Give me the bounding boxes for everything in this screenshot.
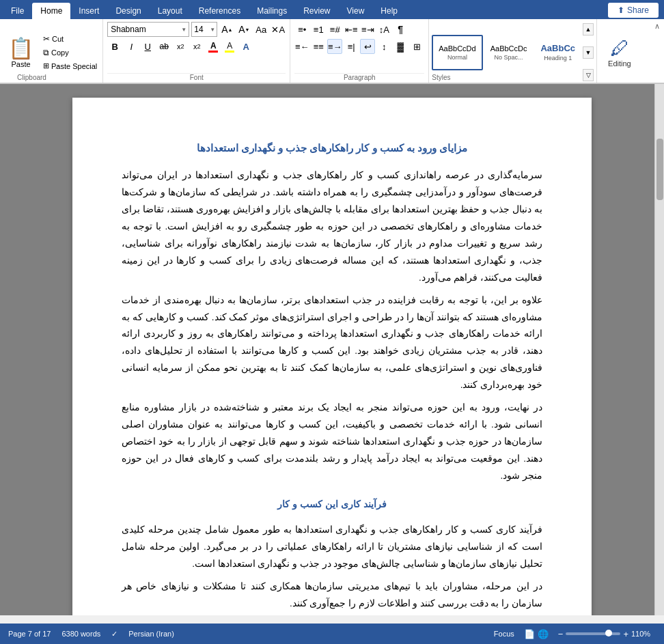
highlight-button[interactable]: A (222, 39, 237, 54)
style-heading1[interactable]: AaBbCc Heading 1 (534, 35, 581, 70)
align-left-button[interactable]: ≡← (294, 39, 309, 54)
word-count: 6380 words (61, 630, 100, 638)
font-row2: B I U ab x2 x2 A A A (107, 39, 286, 54)
view-buttons: 📄 🌐 (524, 629, 549, 639)
cut-button[interactable]: ✂ Cut (40, 33, 100, 45)
font-group: Shabnam ▼ 14 ▼ A▲ A▼ Aa ✕A B I U ab x2 x… (103, 19, 290, 83)
style-scroll-buttons: ▲ ▼ ▽ (583, 22, 594, 83)
focus-button[interactable]: Focus (494, 630, 514, 638)
clear-formatting-button[interactable]: ✕A (271, 22, 286, 37)
tab-review[interactable]: Review (295, 3, 338, 19)
font-color-button[interactable]: A (206, 39, 221, 54)
ribbon-body: 📋 Paste ✂ Cut ⧉ Copy ⊞ Paste Special ↗ C… (0, 19, 664, 84)
line-spacing-button[interactable]: ↕ (376, 39, 391, 54)
shading-button[interactable]: ▓ (393, 39, 408, 54)
zoom-increase-button[interactable]: + (623, 629, 628, 639)
status-right: Focus 📄 🌐 − + 110% (494, 629, 656, 639)
clipboard-group: 📋 Paste ✂ Cut ⧉ Copy ⊞ Paste Special ↗ C… (0, 19, 103, 83)
tab-help[interactable]: Help (372, 3, 406, 19)
editing-icon: 🖊 (610, 37, 629, 59)
style-normal-preview: AaBbCcDd (439, 44, 475, 53)
italic-button[interactable]: I (124, 39, 139, 54)
rtl-button[interactable]: ↩ (360, 39, 375, 54)
style-scroll-up[interactable]: ▲ (583, 23, 594, 36)
change-case-button[interactable]: Aa (253, 22, 268, 37)
paragraph-group: ≡• ≡1 ≡# ⇤≡ ≡⇥ ↕A ¶ ≡← ≡≡ ≡→ ≡| ↩ ↕ ▓ ⊞ … (290, 19, 429, 83)
zoom-control: − + 110% (558, 629, 656, 639)
scrollbar-thumb[interactable] (656, 139, 663, 200)
ribbon-collapse-button[interactable]: ∧ (654, 22, 660, 31)
clipboard-expand-icon[interactable]: ↗ (55, 64, 60, 70)
font-row1: Shabnam ▼ 14 ▼ A▲ A▼ Aa ✕A (107, 22, 286, 37)
tab-mailings[interactable]: Mailings (249, 3, 295, 19)
tab-view[interactable]: View (339, 3, 373, 19)
tab-home[interactable]: Home (32, 3, 70, 19)
document-para3: در نهایت، ورود به این حوزه می‌تواند منجر… (122, 400, 542, 485)
align-right-button[interactable]: ≡→ (327, 39, 342, 54)
tab-layout[interactable]: Layout (150, 3, 191, 19)
share-button[interactable]: ⬆ Share (608, 3, 659, 18)
share-icon: ⬆ (618, 5, 624, 15)
strikethrough-button[interactable]: ab (156, 39, 171, 54)
tab-design[interactable]: Design (107, 3, 149, 19)
spelling-icon[interactable]: ✓ (111, 630, 117, 639)
document-heading2: فرآیند کاری این کسب و کار (122, 496, 542, 514)
superscript-button[interactable]: x2 (189, 39, 204, 54)
ribbon: File Home Insert Design Layout Reference… (0, 0, 664, 84)
justify-button[interactable]: ≡| (344, 39, 359, 54)
print-layout-button[interactable]: 📄 (524, 629, 535, 639)
doc-container: مزایای ورود به کسب و کار راهکارهای جذب و… (0, 84, 664, 615)
clipboard-group-label: Clipboard (3, 74, 61, 81)
copy-icon: ⧉ (43, 48, 49, 57)
zoom-level[interactable]: 110% (631, 630, 656, 638)
font-name-combo[interactable]: Shabnam ▼ (107, 22, 189, 37)
status-bar: Page 7 of 17 6380 words ✓ Persian (Iran)… (0, 624, 664, 644)
web-layout-button[interactable]: 🌐 (538, 629, 549, 639)
font-size-combo[interactable]: 14 ▼ (191, 22, 217, 37)
tab-file[interactable]: File (3, 3, 32, 19)
paste-special-icon: ⊞ (43, 61, 49, 70)
style-expand[interactable]: ▽ (583, 69, 594, 81)
borders-button[interactable]: ⊞ (409, 39, 424, 54)
paste-special-button[interactable]: ⊞ Paste Special (40, 60, 100, 72)
paste-label: Paste (11, 60, 30, 68)
align-center-button[interactable]: ≡≡ (311, 39, 326, 54)
style-normal[interactable]: AaBbCcDd Normal (432, 35, 482, 70)
text-effects-button[interactable]: A (238, 39, 253, 54)
style-scroll-down[interactable]: ▼ (583, 46, 594, 59)
bullets-button[interactable]: ≡• (294, 22, 309, 37)
para-row1: ≡• ≡1 ≡# ⇤≡ ≡⇥ ↕A ¶ (294, 22, 424, 37)
tab-references[interactable]: References (191, 3, 249, 19)
copy-button[interactable]: ⧉ Copy (40, 46, 100, 59)
document-heading1: مزایای ورود به کسب و کار راهکارهای جذب و… (122, 139, 542, 158)
ribbon-tabs-row: File Home Insert Design Layout Reference… (0, 0, 664, 19)
bold-button[interactable]: B (107, 39, 122, 54)
zoom-decrease-button[interactable]: − (558, 629, 564, 639)
document-para2: علاوه بر این، با توجه به رقابت فزاینده د… (122, 292, 542, 395)
decrease-indent-button[interactable]: ⇤≡ (344, 22, 359, 37)
show-formatting-button[interactable]: ¶ (393, 22, 408, 37)
increase-indent-button[interactable]: ≡⇥ (360, 22, 375, 37)
paste-icon: 📋 (8, 36, 33, 60)
underline-button[interactable]: U (140, 39, 155, 54)
page-info: Page 7 of 17 (8, 630, 51, 638)
zoom-slider[interactable] (566, 632, 620, 635)
scrollbar-track[interactable] (654, 84, 664, 615)
document-para5: در این مرحله، مشاوران باید با تیم‌های مد… (122, 578, 542, 613)
editing-label: Editing (608, 59, 631, 68)
styles-group: AaBbCcDd Normal AaBbCcDc No Spac... AaBb… (429, 19, 597, 83)
tab-insert[interactable]: Insert (70, 3, 107, 19)
font-size-dropdown-icon[interactable]: ▼ (208, 27, 217, 33)
increase-font-button[interactable]: A▲ (219, 22, 234, 37)
font-name-dropdown-icon[interactable]: ▼ (179, 27, 189, 33)
decrease-font-button[interactable]: A▼ (236, 22, 251, 37)
sort-button[interactable]: ↕A (376, 22, 391, 37)
style-no-spacing[interactable]: AaBbCcDc No Spac... (484, 35, 534, 70)
numbering-button[interactable]: ≡1 (311, 22, 326, 37)
language-info[interactable]: Persian (Iran) (128, 630, 174, 638)
multilevel-list-button[interactable]: ≡# (327, 22, 342, 37)
subscript-button[interactable]: x2 (173, 39, 188, 54)
style-normal-label: Normal (447, 54, 467, 61)
zoom-slider-thumb (605, 630, 612, 636)
styles-group-label: Styles (432, 74, 450, 81)
